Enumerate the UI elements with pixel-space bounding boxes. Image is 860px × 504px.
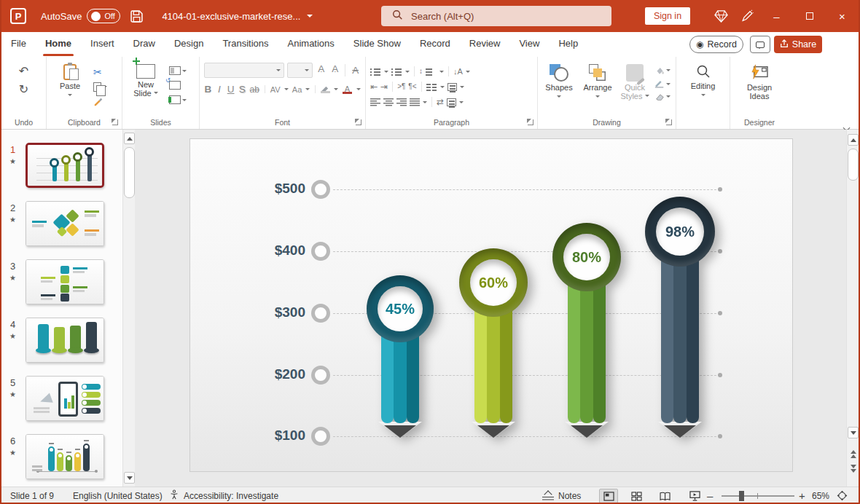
convert-to-smartart-icon[interactable]: ⇄: [437, 98, 444, 106]
slide-thumbnail-2[interactable]: [26, 201, 104, 246]
font-name-select[interactable]: [204, 63, 284, 78]
zoom-in-button[interactable]: +: [799, 487, 805, 504]
underline-button[interactable]: U: [227, 84, 235, 95]
line-spacing-icon[interactable]: ↕: [419, 68, 423, 75]
tab-view[interactable]: View: [509, 32, 549, 57]
pencil-bar-60[interactable]: 60%: [469, 139, 518, 452]
text-shadow-button[interactable]: S: [238, 84, 246, 95]
pencil-bar-45[interactable]: 45%: [375, 139, 425, 452]
zoom-slider-track[interactable]: [722, 495, 794, 497]
font-dialog-launcher[interactable]: [356, 119, 361, 125]
slide-thumbnail-4[interactable]: [26, 318, 104, 363]
next-slide-button[interactable]: [848, 465, 858, 476]
shape-outline-icon[interactable]: [654, 79, 671, 88]
paragraph-dialog-launcher[interactable]: [528, 119, 533, 125]
autosave-toggle[interactable]: Off: [87, 9, 120, 23]
shape-fill-icon[interactable]: [654, 66, 671, 75]
tab-animations[interactable]: Animations: [278, 32, 344, 57]
italic-button[interactable]: I: [216, 84, 224, 95]
copy-icon[interactable]: [93, 82, 101, 92]
pencil-bar-80[interactable]: 80%: [562, 139, 611, 452]
align-text-icon[interactable]: [447, 83, 457, 91]
strikethrough-button[interactable]: ab: [250, 84, 259, 95]
tab-review[interactable]: Review: [460, 32, 510, 57]
scroll-down-button[interactable]: [124, 472, 135, 484]
scrollbar-thumb[interactable]: [848, 149, 859, 181]
bold-button[interactable]: B: [204, 84, 212, 95]
tab-transitions[interactable]: Transitions: [213, 32, 278, 57]
slide-thumbnail-1[interactable]: [26, 143, 104, 188]
thumbnail-scrollbar[interactable]: [122, 130, 135, 487]
coach-pen-icon[interactable]: [734, 0, 760, 32]
justify-icon[interactable]: [410, 98, 420, 106]
numbering-icon[interactable]: [391, 68, 402, 76]
zoom-out-button[interactable]: –: [707, 487, 713, 504]
accessibility-checker[interactable]: Accessibility: Investigate: [169, 487, 278, 504]
font-color-button[interactable]: A: [342, 85, 353, 94]
notes-button[interactable]: Notes: [542, 487, 581, 504]
new-slide-button[interactable]: New Slide: [127, 61, 165, 114]
drawing-dialog-launcher[interactable]: [666, 119, 672, 125]
quick-styles-button[interactable]: QuickStyles: [619, 61, 650, 114]
reset-slide-icon[interactable]: [169, 81, 181, 90]
slide-thumbnail-6[interactable]: [26, 434, 104, 479]
comments-button[interactable]: [750, 36, 770, 53]
collapse-ribbon-button[interactable]: [844, 120, 851, 125]
fit-slide-to-window-button[interactable]: [837, 487, 848, 504]
left-to-right-icon[interactable]: >¶: [397, 83, 405, 90]
editor-scrollbar[interactable]: [846, 130, 859, 487]
search-box[interactable]: Search (Alt+Q): [381, 6, 611, 26]
editing-button[interactable]: Editing: [684, 61, 722, 114]
design-ideas-button[interactable]: DesignIdeas: [738, 61, 781, 114]
tab-file[interactable]: File: [1, 32, 36, 57]
zoom-level[interactable]: 65%: [812, 487, 829, 504]
previous-slide-button[interactable]: [848, 447, 858, 458]
align-right-icon[interactable]: [396, 98, 407, 106]
clear-formatting-button[interactable]: A: [350, 65, 361, 76]
text-direction-icon[interactable]: ↓A: [453, 68, 463, 76]
change-case-button[interactable]: Aa: [292, 85, 302, 94]
tab-help[interactable]: Help: [549, 32, 587, 57]
reading-view-button[interactable]: [656, 489, 675, 503]
tab-insert[interactable]: Insert: [81, 32, 124, 57]
redo-icon[interactable]: ↻: [19, 84, 28, 95]
section-icon[interactable]: [169, 95, 181, 104]
columns-icon[interactable]: [426, 83, 437, 91]
share-button[interactable]: Share: [774, 36, 822, 53]
format-painter-icon[interactable]: [93, 97, 107, 107]
decrease-indent-icon[interactable]: ⇤: [370, 82, 378, 91]
normal-view-button[interactable]: [599, 489, 618, 503]
shapes-button[interactable]: Shapes: [542, 61, 576, 114]
character-spacing-button[interactable]: AV: [270, 85, 281, 94]
shrink-font-button[interactable]: Aˇ: [329, 64, 340, 77]
font-size-select[interactable]: [287, 63, 313, 78]
slideshow-view-button[interactable]: [685, 489, 704, 503]
arrange-button[interactable]: Arrange: [580, 61, 615, 114]
zoom-slider-thumb[interactable]: [739, 491, 744, 501]
bullets-icon[interactable]: [370, 68, 381, 76]
current-slide[interactable]: $500$400$300$200$10045%60%80%98%: [189, 138, 793, 472]
maximize-button[interactable]: [793, 0, 826, 32]
tab-record[interactable]: Record: [410, 32, 460, 57]
scroll-up-button[interactable]: [848, 134, 859, 146]
gem-icon[interactable]: [708, 0, 734, 32]
minimize-button[interactable]: –: [760, 0, 793, 32]
paste-button[interactable]: Paste: [51, 61, 89, 114]
tab-home[interactable]: Home: [36, 32, 81, 57]
shape-effects-eraser-icon[interactable]: [654, 92, 671, 101]
language-indicator[interactable]: English (United States): [73, 487, 163, 504]
slide-layout-icon[interactable]: [169, 66, 181, 75]
pencil-bar-98[interactable]: 98%: [655, 139, 705, 452]
grow-font-button[interactable]: Aˆ: [316, 64, 327, 77]
record-button[interactable]: ◉ Record: [689, 36, 743, 53]
increase-indent-icon[interactable]: ⇥: [380, 82, 388, 91]
slide-thumbnail-3[interactable]: [26, 259, 104, 304]
highlight-color-button[interactable]: [321, 85, 330, 93]
right-to-left-icon[interactable]: ¶<: [408, 83, 416, 90]
clipboard-dialog-launcher[interactable]: [112, 119, 118, 125]
slide-indicator[interactable]: Slide 1 of 9: [10, 487, 54, 504]
save-icon[interactable]: [130, 10, 143, 23]
slide-sorter-view-button[interactable]: [627, 489, 646, 503]
close-button[interactable]: ×: [826, 0, 859, 32]
undo-icon[interactable]: ↶: [19, 66, 28, 77]
